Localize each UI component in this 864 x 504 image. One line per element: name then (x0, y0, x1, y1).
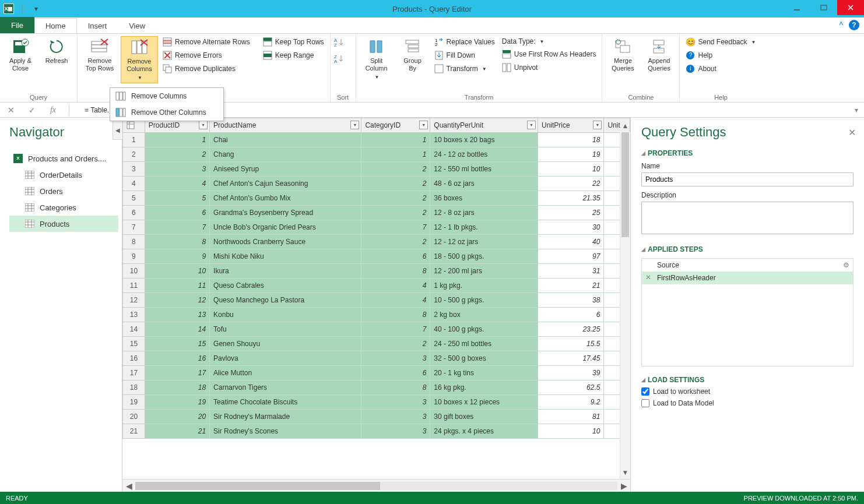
column-header-productname[interactable]: ProductName▼ (210, 118, 361, 133)
qat-dropdown-icon[interactable]: ▾ (30, 2, 42, 15)
cell-unitprice[interactable]: 23.25 (538, 322, 603, 337)
cell-quantityperunit[interactable]: 32 - 500 g boxes (430, 351, 538, 366)
cell-categoryid[interactable]: 8 (361, 308, 430, 322)
cell-unitprice[interactable]: 9.2 (538, 395, 603, 410)
cell-productname[interactable]: Grandma's Boysenberry Spread (210, 206, 361, 220)
remove-columns-button[interactable]: Remove Columns▼ (121, 36, 158, 83)
load-to-worksheet-checkbox[interactable]: Load to worksheet (641, 387, 854, 396)
cell-categoryid[interactable]: 3 (361, 395, 430, 410)
nav-item-orders[interactable]: Orders (9, 183, 118, 199)
cell-productid[interactable]: 21 (145, 424, 209, 439)
cell-categoryid[interactable]: 1 (361, 147, 430, 162)
cell-productname[interactable]: Carnarvon Tigers (210, 380, 361, 395)
cell-productname[interactable]: Chef Anton's Cajun Seasoning (210, 177, 361, 191)
cell-productname[interactable]: Alice Mutton (210, 366, 361, 380)
cell-productid[interactable]: 15 (145, 337, 209, 351)
load-to-data-model-checkbox[interactable]: Load to Data Model (641, 399, 854, 407)
cell-unitprice[interactable]: 31 (538, 264, 603, 279)
cell-quantityperunit[interactable]: 20 - 1 kg tins (430, 366, 538, 380)
column-header-unitprice[interactable]: UnitPrice▼ (538, 118, 603, 133)
cell-unitprice[interactable]: 39 (538, 366, 603, 380)
cell-quantityperunit[interactable]: 30 gift boxes (430, 410, 538, 424)
cell-productid[interactable]: 16 (145, 351, 209, 366)
column-header-quantityperunit[interactable]: QuantityPerUnit▼ (430, 118, 538, 133)
cell-unitprice[interactable]: 17.45 (538, 351, 603, 366)
cell-unitprice[interactable]: 10 (538, 424, 603, 439)
column-filter-icon[interactable]: ▼ (593, 121, 602, 129)
row-number[interactable]: 1 (123, 133, 145, 147)
cell-categoryid[interactable]: 2 (361, 235, 430, 249)
group-by-button[interactable]: Group By (396, 36, 430, 73)
row-number[interactable]: 14 (123, 322, 145, 337)
cell-unitprice[interactable]: 40 (538, 235, 603, 249)
remove-top-rows-button[interactable]: Remove Top Rows (81, 36, 118, 73)
cell-productname[interactable]: Tofu (210, 322, 361, 337)
apply-and-close-button[interactable]: Apply & Close (3, 36, 37, 73)
cell-categoryid[interactable]: 1 (361, 133, 430, 147)
scroll-down-arrow[interactable]: ▼ (620, 468, 630, 479)
cell-productid[interactable]: 11 (145, 279, 209, 293)
cell-productid[interactable]: 8 (145, 235, 209, 249)
row-number[interactable]: 15 (123, 337, 145, 351)
row-number[interactable]: 18 (123, 380, 145, 395)
applied-step-firstrowasheader[interactable]: ✕FirstRowAsHeader (642, 272, 853, 284)
row-number[interactable]: 6 (123, 206, 145, 220)
cell-productid[interactable]: 2 (145, 147, 209, 162)
table-row[interactable]: 1212Queso Manchego La Pastora410 - 500 g… (123, 293, 630, 308)
row-number[interactable]: 12 (123, 293, 145, 308)
cell-quantityperunit[interactable]: 16 kg pkg. (430, 380, 538, 395)
tab-insert[interactable]: Insert (77, 18, 118, 33)
cell-productname[interactable]: Sir Rodney's Scones (210, 424, 361, 439)
cell-unitprice[interactable]: 18 (538, 133, 603, 147)
table-row[interactable]: 1616Pavlova332 - 500 g boxes17.45 (123, 351, 630, 366)
query-name-input[interactable] (641, 172, 854, 186)
table-row[interactable]: 66Grandma's Boysenberry Spread212 - 8 oz… (123, 206, 630, 220)
table-row[interactable]: 55Chef Anton's Gumbo Mix236 boxes21.35 (123, 191, 630, 206)
row-number[interactable]: 20 (123, 410, 145, 424)
tab-file[interactable]: File (0, 17, 34, 33)
row-number[interactable]: 9 (123, 249, 145, 264)
row-number[interactable]: 2 (123, 147, 145, 162)
cell-quantityperunit[interactable]: 24 - 12 oz bottles (430, 147, 538, 162)
cell-quantityperunit[interactable]: 12 - 8 oz jars (430, 206, 538, 220)
table-row[interactable]: 1515Genen Shouyu224 - 250 ml bottles15.5 (123, 337, 630, 351)
cell-productname[interactable]: Aniseed Syrup (210, 162, 361, 177)
cell-quantityperunit[interactable]: 12 - 200 ml jars (430, 264, 538, 279)
sort-asc-button[interactable]: AZ (334, 37, 345, 48)
cell-unitprice[interactable]: 22 (538, 177, 603, 191)
cell-categoryid[interactable]: 6 (361, 366, 430, 380)
cell-productid[interactable]: 5 (145, 191, 209, 206)
table-row[interactable]: 99Mishi Kobe Niku618 - 500 g pkgs.97 (123, 249, 630, 264)
row-number[interactable]: 13 (123, 308, 145, 322)
table-row[interactable]: 2020Sir Rodney's Marmalade330 gift boxes… (123, 410, 630, 424)
cell-productid[interactable]: 13 (145, 308, 209, 322)
dd-remove-columns[interactable]: Remove Columns (110, 88, 223, 104)
applied-steps-header[interactable]: ◢APPLIED STEPS (641, 245, 854, 253)
horizontal-scrollbar[interactable]: ◀ ▶ (122, 479, 630, 492)
cell-categoryid[interactable]: 7 (361, 220, 430, 235)
row-number[interactable]: 21 (123, 424, 145, 439)
table-row[interactable]: 1111Queso Cabrales41 kg pkg.21 (123, 279, 630, 293)
about-button[interactable]: iAbout (683, 63, 758, 75)
table-row[interactable]: 1717Alice Mutton620 - 1 kg tins39 (123, 366, 630, 380)
cell-productname[interactable]: Uncle Bob's Organic Dried Pears (210, 220, 361, 235)
cell-productname[interactable]: Pavlova (210, 351, 361, 366)
collapse-ribbon-icon[interactable]: ^ (839, 20, 843, 30)
scroll-up-arrow[interactable]: ▲ (620, 122, 630, 132)
cell-categoryid[interactable]: 4 (361, 279, 430, 293)
cell-productid[interactable]: 12 (145, 293, 209, 308)
cell-unitprice[interactable]: 10 (538, 162, 603, 177)
cell-quantityperunit[interactable]: 2 kg box (430, 308, 538, 322)
cell-productname[interactable]: Mishi Kobe Niku (210, 249, 361, 264)
table-row[interactable]: 22Chang124 - 12 oz bottles19 (123, 147, 630, 162)
cell-categoryid[interactable]: 4 (361, 293, 430, 308)
cell-productname[interactable]: Sir Rodney's Marmalade (210, 410, 361, 424)
dd-remove-other-columns[interactable]: Remove Other Columns (110, 104, 223, 121)
column-filter-icon[interactable]: ▼ (527, 121, 536, 129)
load-settings-header[interactable]: ◢LOAD SETTINGS (641, 376, 854, 384)
applied-step-source[interactable]: Source⚙ (642, 259, 853, 272)
remove-alternate-rows-button[interactable]: Remove Alternate Rows (160, 36, 252, 48)
cell-unitprice[interactable]: 6 (538, 308, 603, 322)
merge-queries-button[interactable]: Merge Queries (606, 36, 640, 73)
unpivot-button[interactable]: Unpivot (500, 62, 599, 73)
